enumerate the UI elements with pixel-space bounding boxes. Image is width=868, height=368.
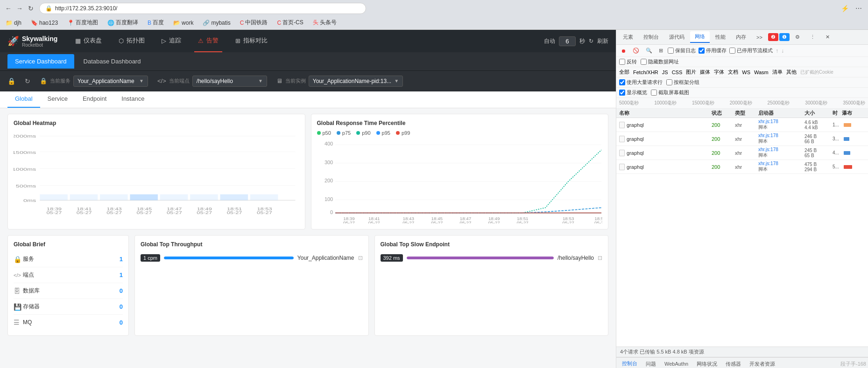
bookmark-china-rail[interactable]: C 中国铁路 xyxy=(238,18,270,28)
record-btn[interactable]: ⏺ xyxy=(619,47,628,55)
devtools-tab-badge2[interactable]: ❷ xyxy=(768,33,778,41)
devtools-tab-badge1[interactable]: ❶ xyxy=(779,33,790,41)
invert-checkbox[interactable]: 反转 xyxy=(619,58,637,65)
devtools-tab-performance[interactable]: 性能 xyxy=(711,32,730,42)
service-dropdown[interactable]: Your_ApplicationName ▼ xyxy=(73,76,148,87)
keep-log-input[interactable] xyxy=(668,48,674,54)
tab-service[interactable]: Service xyxy=(40,91,75,108)
group-by-frame-checkbox[interactable]: 按框架分组 xyxy=(666,79,699,86)
devtools-tab-network[interactable]: 网络 xyxy=(690,31,710,43)
hide-data-urls-input[interactable] xyxy=(641,59,647,65)
reload-button[interactable]: ↻ xyxy=(26,4,35,13)
address-bar[interactable]: 🔒 http://172.29.35.23:9010/ xyxy=(39,3,366,14)
row1-initiator-link[interactable]: xhr.js:178 xyxy=(758,119,804,124)
keep-log-checkbox[interactable]: 保留日志 xyxy=(668,47,696,54)
filter-media[interactable]: 媒体 xyxy=(700,69,710,76)
tab-global[interactable]: Global xyxy=(7,91,40,108)
filter-other[interactable]: 其他 xyxy=(786,69,797,76)
disable-cache-input[interactable] xyxy=(699,48,705,54)
tab-instance[interactable]: Instance xyxy=(114,91,152,108)
filter-font[interactable]: 字体 xyxy=(714,69,724,76)
filter-css[interactable]: CSS xyxy=(672,69,683,75)
devtools-tab-settings[interactable]: ⚙ xyxy=(790,32,804,42)
row4-initiator-link[interactable]: xhr.js:178 xyxy=(758,161,804,166)
show-overview-checkbox[interactable]: 显示概览 xyxy=(619,89,647,96)
filter-doc[interactable]: 文档 xyxy=(728,69,738,76)
throttle-label: 已停用节流模式 xyxy=(737,47,773,54)
import-btn[interactable]: ⊞ xyxy=(657,47,665,55)
refresh-label[interactable]: 刷新 xyxy=(597,37,608,45)
bottom-tab-issues[interactable]: 问题 xyxy=(642,359,660,368)
tab-endpoint[interactable]: Endpoint xyxy=(75,91,114,108)
filter-fetchxhr[interactable]: Fetch/XHR xyxy=(633,69,658,75)
tab-service-dashboard[interactable]: Service Dashboard xyxy=(7,54,74,69)
bottom-tab-console[interactable]: 控制台 xyxy=(618,358,641,368)
filter-btn[interactable]: 🔍 xyxy=(644,47,654,55)
throttle-input[interactable] xyxy=(729,48,735,54)
back-button[interactable]: ← xyxy=(4,4,13,13)
nav-trace[interactable]: ▷ 追踪 xyxy=(158,30,185,52)
table-row[interactable]: graphql 200 xhr xhr.js:178 脚本 4.6 kB 4.4… xyxy=(616,118,868,132)
filter-all[interactable]: 全部 xyxy=(619,69,629,76)
svg-text:05-27: 05-27 xyxy=(488,221,500,223)
bookmark-mybatis[interactable]: 🔗 mybatis xyxy=(201,19,232,27)
bottom-tab-sensors[interactable]: 传感器 xyxy=(722,359,745,368)
filter-cookie[interactable]: 已扩截的Cookie xyxy=(800,69,833,76)
disable-cache-checkbox[interactable]: 停用缓存 xyxy=(699,47,727,54)
bookmark-hao123[interactable]: 🔖 hao123 xyxy=(29,19,60,27)
tab-database-dashboard[interactable]: Database Dashboard xyxy=(76,54,148,69)
group-by-frame-input[interactable] xyxy=(666,79,672,85)
bottom-tab-webauthn[interactable]: WebAuthn xyxy=(661,359,692,368)
devtools-tab-elements[interactable]: 元素 xyxy=(618,32,638,42)
invert-input[interactable] xyxy=(619,59,625,65)
table-row[interactable]: graphql 200 xhr xhr.js:178 脚本 246 B 66 B… xyxy=(616,132,868,146)
filter-manifest[interactable]: 清单 xyxy=(772,69,783,76)
bookmark-toutiao[interactable]: 头 头条号 xyxy=(311,18,339,28)
instance-dropdown[interactable]: Your_ApplicationName-pid:13... ▼ xyxy=(309,76,403,87)
throttle-checkbox[interactable]: 已停用节流模式 xyxy=(729,47,773,54)
row3-initiator-link[interactable]: xhr.js:178 xyxy=(758,147,804,152)
copy-icon[interactable]: ⊡ xyxy=(358,255,363,261)
devtools-tab-console[interactable]: 控制台 xyxy=(639,32,663,42)
devtools-tab-memory[interactable]: 内存 xyxy=(731,32,751,42)
bookmark-baidumap[interactable]: 📍 百度地图 xyxy=(65,18,100,28)
forward-button[interactable]: → xyxy=(15,4,24,13)
bottom-tab-network-conditions[interactable]: 网络状况 xyxy=(693,359,721,368)
bookmark-baidu[interactable]: B 百度 xyxy=(146,18,166,28)
nav-dashboard[interactable]: ▦ 仪表盘 xyxy=(71,30,106,52)
endpoint-dropdown[interactable]: /hello/sayHello ▼ xyxy=(192,76,267,87)
devtools-tab-more[interactable]: >> xyxy=(752,33,767,42)
lightning-icon[interactable]: ⚡ xyxy=(839,3,850,14)
filter-img[interactable]: 图片 xyxy=(686,69,696,76)
large-rows-checkbox[interactable]: 使用大量请求行 xyxy=(619,79,663,86)
more-icon[interactable]: ⋯ xyxy=(853,3,864,14)
bookmark-djh[interactable]: 📁 djh xyxy=(4,19,23,27)
row2-initiator-link[interactable]: xhr.js:178 xyxy=(758,133,804,138)
devtools-tab-sources[interactable]: 源代码 xyxy=(664,32,689,42)
nav-metrics[interactable]: ⊞ 指标对比 xyxy=(232,30,271,52)
bookmark-work[interactable]: 📂 work xyxy=(171,19,195,27)
nav-topology[interactable]: ⬡ 拓扑图 xyxy=(115,30,148,52)
screenshot-checkbox[interactable]: 截取屏幕截图 xyxy=(651,89,689,96)
table-row[interactable]: graphql 200 xhr xhr.js:178 脚本 245 B 65 B… xyxy=(616,146,868,160)
bookmark-baidutranslate[interactable]: 🌐 百度翻译 xyxy=(106,18,140,28)
screenshot-input[interactable] xyxy=(651,90,657,96)
bookmark-homepage[interactable]: C 首页-CS xyxy=(275,18,305,28)
table-row[interactable]: graphql 200 xhr xhr.js:178 脚本 475 B 294 … xyxy=(616,160,868,174)
large-rows-input[interactable] xyxy=(619,79,625,85)
global-heatmap-panel: Global Heatmap 2000ms 1500ms 1000ms 500m… xyxy=(7,114,305,229)
clear-btn[interactable]: 🚫 xyxy=(631,47,641,55)
refresh-selector-icon[interactable]: ↻ xyxy=(25,77,30,85)
slow-copy-icon[interactable]: ⊡ xyxy=(598,255,602,261)
hide-data-urls-checkbox[interactable]: 隐藏数据网址 xyxy=(641,58,679,65)
devtools-tab-close[interactable]: ✕ xyxy=(821,32,834,42)
filter-ws[interactable]: WS xyxy=(742,69,750,75)
filter-js[interactable]: JS xyxy=(662,69,668,75)
network-rows-container: graphql 200 xhr xhr.js:178 脚本 4.6 kB 4.4… xyxy=(616,118,868,347)
auto-seconds-input[interactable] xyxy=(559,36,576,46)
devtools-tab-dots[interactable]: ⋮ xyxy=(805,32,820,42)
filter-wasm[interactable]: Wasm xyxy=(754,69,769,75)
show-overview-input[interactable] xyxy=(619,90,625,96)
bottom-tab-dev-resources[interactable]: 开发者资源 xyxy=(746,359,779,368)
nav-alarm[interactable]: ⚠ 告警 xyxy=(194,30,222,52)
